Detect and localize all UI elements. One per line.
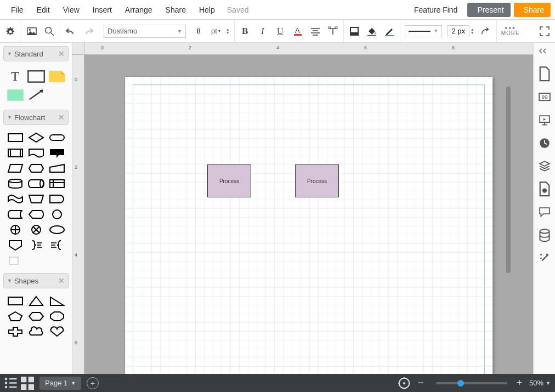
font-size-input[interactable]: 8 [191, 27, 206, 35]
sh-octagon[interactable] [48, 310, 66, 322]
fc-manual[interactable] [27, 193, 46, 205]
fc-display[interactable] [27, 208, 46, 220]
fc-input[interactable] [48, 162, 66, 174]
fc-predefined[interactable] [6, 147, 25, 159]
share-button[interactable]: Share [514, 3, 551, 17]
page-surface[interactable]: Process Process [125, 77, 492, 374]
fc-junction[interactable] [27, 224, 46, 236]
zoom-display[interactable]: 50% ▼ [529, 379, 551, 387]
layers-icon[interactable] [539, 160, 551, 172]
arrow-tool[interactable] [27, 88, 46, 102]
bucket-icon[interactable] [366, 25, 378, 37]
fullscreen-icon[interactable] [539, 25, 551, 37]
undo-icon[interactable] [65, 25, 77, 37]
sh-rect[interactable] [6, 295, 25, 307]
fc-brace-l[interactable] [48, 239, 66, 251]
close-icon[interactable]: ✕ [58, 113, 65, 122]
data-icon[interactable] [539, 229, 551, 241]
canvas-viewport[interactable]: Process Process [84, 55, 533, 374]
fc-direct[interactable] [27, 178, 46, 190]
fc-database[interactable] [6, 178, 25, 190]
sh-pentagon[interactable] [6, 310, 25, 322]
sh-cloud[interactable] [27, 326, 46, 338]
page-tab[interactable]: Page 1 ▼ [39, 377, 81, 390]
menu-arrange[interactable]: Arrange [118, 2, 159, 18]
menu-share[interactable]: Share [159, 2, 192, 18]
close-icon[interactable]: ✕ [58, 276, 65, 285]
settings-icon[interactable] [4, 25, 16, 37]
font-unit[interactable]: pt▾ [211, 27, 220, 35]
line-width-control[interactable]: 2 px ▲▼ [448, 25, 474, 37]
fc-preparation[interactable] [27, 162, 46, 174]
menu-help[interactable]: Help [192, 2, 222, 18]
scrollbar-vertical[interactable] [506, 87, 511, 273]
fc-delay[interactable] [48, 193, 66, 205]
magic-icon[interactable] [539, 252, 551, 264]
zoom-slider[interactable] [436, 382, 507, 384]
fc-merge[interactable] [48, 224, 66, 236]
image-icon[interactable] [26, 25, 38, 37]
fc-terminator[interactable] [48, 132, 66, 144]
fc-document[interactable] [27, 147, 46, 159]
fc-data[interactable] [6, 162, 25, 174]
fc-connector[interactable] [48, 208, 66, 220]
sh-hexagon[interactable] [27, 310, 46, 322]
fc-callout[interactable] [48, 147, 66, 159]
fc-brace-r[interactable] [27, 239, 46, 251]
line-width-stepper[interactable]: ▲▼ [471, 28, 474, 35]
redo-icon[interactable] [82, 25, 94, 37]
fc-or[interactable] [6, 224, 25, 236]
line-style-select[interactable]: ▼ [405, 25, 442, 37]
size-stepper[interactable]: ▲▼ [226, 28, 230, 35]
file-icon[interactable] [539, 183, 551, 195]
text-color-icon[interactable]: A [292, 25, 304, 37]
fc-tape[interactable] [6, 193, 25, 205]
menu-file[interactable]: File [4, 2, 30, 18]
more-button[interactable]: ••• MORE [501, 26, 520, 36]
line-arrow-icon[interactable] [480, 25, 492, 37]
add-page-button[interactable]: + [87, 377, 99, 389]
feature-find-button[interactable]: Feature Find [404, 2, 464, 18]
panel-standard-header[interactable]: ▼ Standard ✕ [3, 46, 69, 61]
fc-swatch[interactable] [6, 254, 25, 266]
quote-icon[interactable]: 99 [539, 91, 551, 103]
menu-insert[interactable]: Insert [86, 2, 118, 18]
list-view-icon[interactable] [4, 377, 18, 390]
page-icon[interactable] [539, 68, 551, 80]
sh-rtriangle[interactable] [48, 295, 66, 307]
fc-process[interactable] [6, 132, 25, 144]
search-icon[interactable] [43, 25, 55, 37]
pen-icon[interactable] [383, 25, 395, 37]
menu-view[interactable]: View [56, 2, 86, 18]
text-box-icon[interactable] [327, 25, 339, 37]
text-tool[interactable]: T [6, 69, 25, 83]
zoom-thumb[interactable] [457, 380, 464, 387]
panel-shapes-header[interactable]: ▼ Shapes ✕ [3, 273, 69, 288]
bold-icon[interactable]: B [239, 25, 251, 37]
align-icon[interactable] [309, 25, 321, 37]
shape-process-1[interactable]: Process [207, 164, 251, 197]
grid-view-icon[interactable] [21, 377, 34, 390]
fc-internal[interactable] [48, 178, 66, 190]
panel-flowchart-header[interactable]: ▼ Flowchart ✕ [3, 110, 69, 125]
present-button[interactable]: Present [467, 3, 510, 17]
sh-cross[interactable] [6, 326, 25, 338]
line-width-input[interactable]: 2 px [448, 25, 469, 37]
fill-icon[interactable] [348, 25, 360, 37]
zoom-in-icon[interactable]: + [513, 377, 526, 390]
sh-heart[interactable] [48, 326, 66, 338]
note-shape[interactable] [48, 69, 66, 83]
comment-icon[interactable] [539, 206, 551, 218]
close-icon[interactable]: ✕ [58, 49, 65, 58]
fill-rect-shape[interactable] [6, 88, 25, 102]
sh-triangle[interactable] [27, 295, 46, 307]
font-select[interactable]: Dustismo ▼ [104, 25, 186, 38]
underline-icon[interactable]: U [274, 25, 286, 37]
clock-icon[interactable] [539, 137, 551, 149]
shape-process-2[interactable]: Process [295, 164, 339, 197]
collapse-rail-icon[interactable] [534, 45, 555, 57]
menu-edit[interactable]: Edit [30, 2, 56, 18]
italic-icon[interactable]: I [257, 25, 269, 37]
fc-stored[interactable] [6, 208, 25, 220]
rect-shape[interactable] [27, 69, 46, 83]
